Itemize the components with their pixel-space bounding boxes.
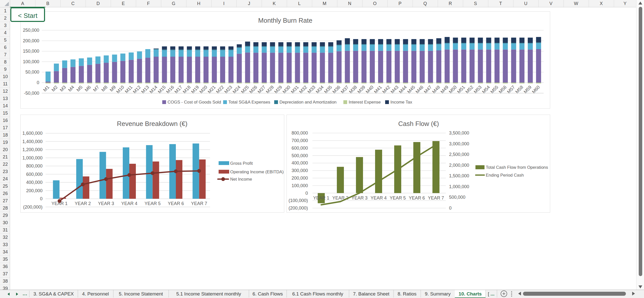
svg-text:100,000: 100,000: [23, 59, 39, 64]
svg-text:M57: M57: [506, 85, 516, 94]
svg-text:50,000: 50,000: [25, 70, 39, 75]
svg-text:1,600,000: 1,600,000: [22, 131, 43, 136]
svg-text:M28: M28: [265, 85, 275, 94]
svg-text:M24: M24: [232, 85, 242, 94]
svg-text:M2: M2: [51, 85, 59, 93]
svg-text:1,000,000: 1,000,000: [22, 155, 43, 160]
svg-text:200,000: 200,000: [292, 176, 308, 181]
svg-text:M17: M17: [174, 85, 183, 94]
svg-text:M13: M13: [140, 85, 150, 94]
svg-text:M54: M54: [481, 85, 491, 94]
svg-text:M1: M1: [42, 85, 50, 93]
svg-text:M31: M31: [290, 85, 300, 94]
svg-text:400,000: 400,000: [292, 160, 308, 165]
svg-text:M51: M51: [456, 85, 466, 94]
svg-text:M49: M49: [439, 85, 449, 94]
svg-text:YEAR 5: YEAR 5: [390, 195, 406, 201]
svg-text:YEAR 1: YEAR 1: [313, 195, 329, 201]
svg-text:M50: M50: [448, 85, 458, 94]
svg-text:COGS - Cost of Goods Sold: COGS - Cost of Goods Sold: [168, 100, 221, 105]
svg-text:M3: M3: [59, 85, 67, 93]
svg-text:M26: M26: [248, 85, 258, 94]
svg-text:Cash Flow (€): Cash Flow (€): [398, 120, 439, 127]
svg-text:300,000: 300,000: [292, 168, 308, 173]
svg-text:M45: M45: [406, 85, 416, 94]
svg-text:YEAR 7: YEAR 7: [191, 201, 207, 206]
svg-text:1,500,000: 1,500,000: [449, 173, 469, 178]
svg-text:M15: M15: [157, 85, 167, 94]
svg-text:M46: M46: [415, 85, 424, 94]
svg-text:2,000,000: 2,000,000: [449, 163, 469, 168]
svg-text:M11: M11: [124, 85, 133, 94]
svg-text:600,000: 600,000: [26, 172, 43, 177]
svg-text:YEAR 3: YEAR 3: [98, 201, 114, 206]
svg-text:YEAR 2: YEAR 2: [75, 201, 91, 206]
svg-text:Ending Period Cash: Ending Period Cash: [486, 173, 524, 178]
svg-text:3,500,000: 3,500,000: [449, 130, 469, 136]
svg-text:M41: M41: [373, 85, 383, 94]
svg-text:M44: M44: [398, 85, 408, 94]
svg-text:M25: M25: [240, 85, 250, 94]
svg-text:3,000,000: 3,000,000: [449, 141, 469, 146]
svg-text:YEAR 4: YEAR 4: [371, 195, 387, 201]
svg-text:500,000: 500,000: [449, 195, 465, 200]
svg-text:M59: M59: [523, 85, 533, 94]
svg-text:M6: M6: [84, 85, 92, 93]
svg-text:M40: M40: [365, 85, 375, 94]
svg-text:M47: M47: [423, 85, 433, 94]
svg-text:M58: M58: [514, 85, 524, 94]
svg-text:200,000: 200,000: [26, 188, 43, 193]
svg-text:YEAR 7: YEAR 7: [428, 195, 444, 201]
svg-text:M18: M18: [182, 85, 192, 94]
svg-text:Monthly Burn Rate: Monthly Burn Rate: [258, 17, 312, 24]
svg-text:M19: M19: [190, 85, 200, 94]
svg-text:500,000: 500,000: [292, 153, 308, 158]
svg-text:M12: M12: [132, 85, 142, 94]
svg-text:Net Income: Net Income: [230, 177, 252, 182]
svg-text:M20: M20: [198, 85, 208, 94]
svg-text:250,000: 250,000: [23, 28, 39, 33]
svg-text:M30: M30: [281, 85, 291, 94]
svg-text:1,400,000: 1,400,000: [22, 139, 43, 144]
svg-text:M60: M60: [531, 85, 541, 94]
svg-text:Depreciation and Amortization: Depreciation and Amortization: [279, 100, 337, 105]
svg-text:0: 0: [40, 196, 43, 201]
svg-text:M34: M34: [315, 85, 325, 94]
svg-text:M52: M52: [464, 85, 474, 94]
svg-text:M38: M38: [348, 85, 358, 94]
svg-text:M35: M35: [323, 85, 333, 94]
svg-text:M16: M16: [165, 85, 175, 94]
svg-text:600,000: 600,000: [292, 146, 308, 151]
svg-text:M8: M8: [100, 85, 108, 93]
svg-text:M4: M4: [67, 85, 75, 93]
svg-text:YEAR 6: YEAR 6: [168, 201, 184, 206]
svg-text:Revenue Breakdown (€): Revenue Breakdown (€): [117, 120, 187, 127]
svg-text:Gross Profit: Gross Profit: [230, 161, 253, 166]
svg-text:800,000: 800,000: [292, 130, 308, 136]
svg-text:-50,000: -50,000: [24, 91, 39, 96]
svg-text:Total SG&A Expenses: Total SG&A Expenses: [228, 100, 270, 105]
svg-text:200,000: 200,000: [23, 38, 39, 43]
svg-text:M7: M7: [92, 85, 100, 93]
svg-text:Income Tax: Income Tax: [390, 100, 412, 105]
svg-text:400,000: 400,000: [26, 180, 43, 185]
svg-text:M36: M36: [332, 85, 341, 94]
svg-text:(100,000): (100,000): [289, 198, 308, 203]
svg-text:M56: M56: [498, 85, 508, 94]
svg-text:100,000: 100,000: [292, 183, 308, 188]
svg-text:0: 0: [37, 80, 39, 85]
svg-text:0: 0: [305, 191, 308, 196]
svg-text:Total Cash Flow from Operation: Total Cash Flow from Operations: [486, 165, 548, 170]
svg-text:M21: M21: [207, 85, 217, 94]
svg-text:M29: M29: [273, 85, 283, 94]
svg-text:M14: M14: [149, 85, 158, 94]
svg-text:M5: M5: [75, 85, 84, 93]
svg-text:1,200,000: 1,200,000: [22, 147, 43, 152]
svg-text:YEAR 4: YEAR 4: [121, 201, 137, 206]
svg-text:M53: M53: [473, 85, 483, 94]
svg-text:150,000: 150,000: [23, 49, 39, 54]
svg-text:M23: M23: [223, 85, 233, 94]
svg-text:2,500,000: 2,500,000: [449, 152, 469, 157]
svg-text:M10: M10: [115, 85, 125, 94]
svg-text:M27: M27: [257, 85, 266, 94]
